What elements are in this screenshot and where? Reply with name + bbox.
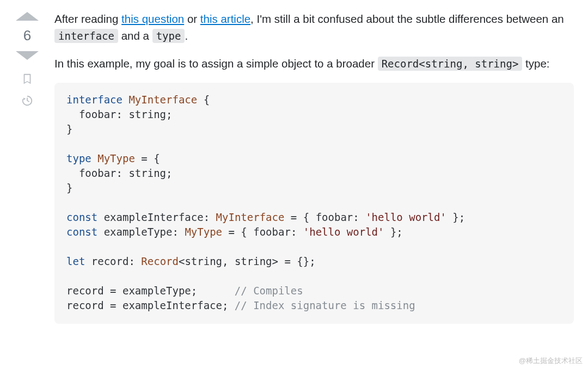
vote-column: 6 bbox=[10, 10, 45, 108]
inline-code-type: type bbox=[152, 29, 185, 43]
text: After reading bbox=[54, 13, 121, 25]
link-this-question[interactable]: this question bbox=[121, 13, 184, 25]
post-row: 6 After reading this question or this ar… bbox=[10, 10, 574, 324]
history-icon bbox=[21, 95, 33, 107]
text: type: bbox=[522, 57, 549, 70]
post-body: After reading this question or this arti… bbox=[54, 10, 574, 324]
text: , I'm still a bit confused about the sub… bbox=[250, 13, 564, 25]
text: or bbox=[184, 13, 200, 25]
code-block: interface MyInterface { foobar: string; … bbox=[54, 83, 574, 324]
upvote-button[interactable] bbox=[16, 12, 39, 21]
post-container: 6 After reading this question or this ar… bbox=[0, 0, 588, 369]
link-this-article[interactable]: this article bbox=[200, 13, 250, 25]
vote-score: 6 bbox=[23, 28, 31, 42]
text: In this example, my goal is to assign a … bbox=[54, 57, 378, 70]
bookmark-button[interactable] bbox=[20, 72, 34, 86]
downvote-button[interactable] bbox=[16, 51, 39, 60]
history-button[interactable] bbox=[20, 94, 34, 108]
bookmark-icon bbox=[21, 73, 33, 85]
watermark: @稀土掘金技术社区 bbox=[519, 356, 583, 366]
inline-code-interface: interface bbox=[54, 29, 118, 43]
inline-code-record: Record<string, string> bbox=[378, 57, 523, 71]
paragraph-1: After reading this question or this arti… bbox=[54, 11, 574, 45]
text: . bbox=[185, 29, 188, 42]
text: and a bbox=[118, 29, 152, 42]
paragraph-2: In this example, my goal is to assign a … bbox=[54, 56, 574, 72]
